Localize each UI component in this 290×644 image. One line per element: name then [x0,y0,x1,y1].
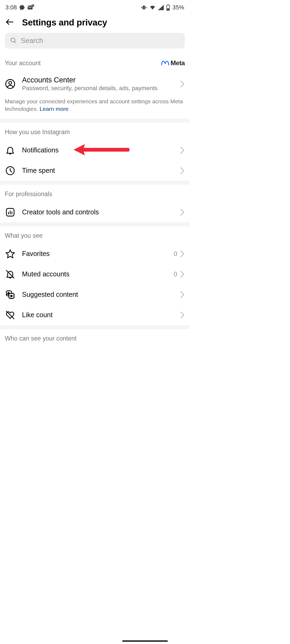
section-divider [0,222,190,226]
search-icon [10,37,17,45]
muted-count: 0 [174,270,177,278]
creator-tools-label: Creator tools and controls [22,208,173,216]
person-circle-icon [5,79,16,89]
section-professionals-header: For professionals [0,185,190,202]
row-time-spent[interactable]: Time spent [0,160,190,181]
section-title-how-you-use: How you use Instagram [5,129,70,136]
svg-marker-16 [6,250,15,258]
accounts-center-description: Manage your connected experiences and ac… [0,97,190,119]
muted-label: Muted accounts [22,270,167,278]
chevron-right-icon [180,208,185,216]
row-like-count[interactable]: Like count [0,305,190,325]
chevron-right-icon [180,147,185,154]
chevron-right-icon [180,311,185,319]
meta-brand-text: Meta [171,59,185,67]
section-title-your-account: Your account [5,60,41,67]
clock-icon [5,165,16,176]
wifi-icon [149,5,156,10]
section-title-who-can-see: Who can see your content [5,335,77,342]
svg-rect-2 [143,6,145,10]
mail-notification-icon [27,5,34,10]
accounts-center-subtitle: Password, security, personal details, ad… [22,85,173,92]
section-who-can-see-header: Who can see your content [0,329,190,346]
learn-more-link[interactable]: Learn more [40,106,68,112]
chevron-right-icon [180,167,185,174]
status-right: 35% [141,4,184,11]
bell-off-icon [5,269,16,280]
suggested-label: Suggested content [22,291,173,298]
section-what-you-see-header: What you see [0,226,190,244]
bell-icon [5,145,16,156]
battery-icon [166,4,170,11]
back-button[interactable] [5,17,15,28]
chevron-right-icon [180,291,185,298]
search-input[interactable]: Search [5,33,185,49]
status-left: 3:08 [5,4,34,11]
media-icon [5,289,16,300]
search-placeholder: Search [21,36,43,45]
svg-rect-4 [168,5,169,5]
row-favorites[interactable]: Favorites 0 [0,244,190,264]
insights-icon [5,207,16,218]
row-muted-accounts[interactable]: Muted accounts 0 [0,264,190,284]
section-divider [0,325,190,329]
svg-point-10 [9,81,12,84]
heart-off-icon [5,310,16,320]
like-count-label: Like count [22,311,173,319]
row-creator-tools[interactable]: Creator tools and controls [0,202,190,222]
chevron-right-icon [180,270,185,278]
section-title-what-you-see: What you see [5,232,43,239]
svg-line-8 [15,41,16,43]
chevron-right-icon [180,250,185,258]
favorites-count: 0 [174,250,177,258]
row-notifications[interactable]: Notifications [0,140,190,160]
chat-notification-icon [19,5,25,10]
svg-rect-5 [167,8,169,10]
section-divider [0,119,190,123]
section-your-account-header: Your account Meta [0,53,190,71]
page-title: Settings and privacy [22,17,107,28]
vibrate-icon [141,5,147,10]
star-icon [5,248,16,259]
notifications-label: Notifications [22,146,173,154]
section-divider [0,181,190,185]
chevron-right-icon [180,80,185,88]
section-title-professionals: For professionals [5,191,52,198]
status-time: 3:08 [5,4,17,11]
app-header: Settings and privacy [0,14,190,33]
time-spent-label: Time spent [22,167,173,174]
svg-point-19 [8,292,9,293]
meta-logo: Meta [161,59,185,67]
favorites-label: Favorites [22,250,167,258]
signal-icon [158,5,164,10]
row-suggested-content[interactable]: Suggested content [0,284,190,305]
battery-percent: 35% [172,4,184,11]
accounts-center-title: Accounts Center [22,76,173,84]
status-bar: 3:08 35% [0,0,190,14]
section-how-you-use-header: How you use Instagram [0,123,190,140]
row-accounts-center[interactable]: Accounts Center Password, security, pers… [0,71,190,97]
